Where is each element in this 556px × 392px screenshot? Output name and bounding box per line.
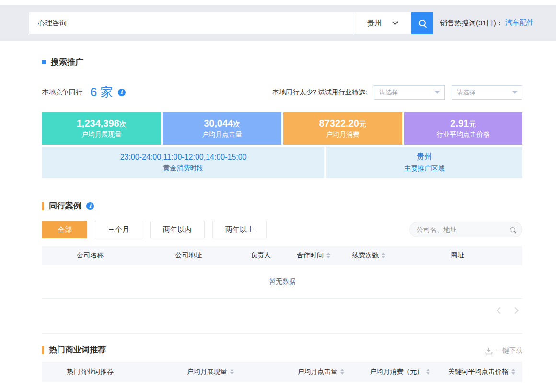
section-peer-cases: 同行案例 i 全部 三个月 两年以内 两年以上 公司名称 公司地址 负责人 合作…: [42, 200, 522, 313]
stat-label: 户均月消费: [326, 130, 359, 139]
hot-words-title-row: 热门商业词推荐: [42, 344, 106, 355]
highlight-label: 主要推广区域: [405, 164, 445, 173]
hot-search-label: 销售热搜词(31日)：: [440, 19, 503, 28]
highlight-value: 23:00-24:00,11:00-12:00,14:00-15:00: [120, 153, 247, 161]
industry-filter-hint: 本地同行太少? 试试用行业筛选:: [272, 88, 367, 97]
industry-select-1-placeholder: 请选择: [379, 88, 398, 97]
stat-card-impressions: 1,234,398次 户均月展现量: [42, 112, 161, 145]
industry-select-2[interactable]: 请选择: [452, 85, 522, 100]
stat-unit: 次: [233, 120, 240, 128]
region-select[interactable]: 贵州: [353, 12, 411, 34]
industry-filter: 本地同行太少? 试试用行业筛选: 请选择 请选择: [272, 85, 522, 100]
stat-unit: 元: [469, 120, 476, 128]
sort-icon[interactable]: [382, 253, 385, 258]
local-competitors-value: 6 家: [90, 84, 113, 101]
tab-all[interactable]: 全部: [42, 221, 87, 238]
chevron-down-icon: [435, 91, 440, 94]
col-website: 网址: [393, 251, 522, 260]
download-icon: [485, 347, 493, 355]
highlight-golden-hours: 23:00-24:00,11:00-12:00,14:00-15:00 黄金消费…: [42, 147, 324, 178]
col-cooperation-time: 合作时间: [282, 251, 345, 260]
competitors-row: 本地竞争同行 6 家 i 本地同行太少? 试试用行业筛选: 请选择 请选择: [42, 84, 522, 101]
col-hot-word: 热门商业词推荐: [42, 368, 138, 376]
empty-state-text: 暂无数据: [269, 277, 296, 286]
download-button[interactable]: 一键下载: [485, 346, 522, 355]
stat-card-clicks: 30,044次 户均月点击量: [163, 112, 282, 145]
stat-label: 户均月点击量: [202, 130, 242, 139]
highlight-value: 贵州: [417, 152, 432, 162]
next-page-icon[interactable]: [512, 307, 519, 314]
hot-words-title: 热门商业词推荐: [49, 344, 106, 355]
stat-label: 户均月展现量: [81, 130, 122, 139]
col-renewal-count: 续费次数: [345, 251, 393, 260]
company-search-box: [409, 222, 522, 237]
industry-select-2-placeholder: 请选择: [457, 88, 475, 97]
col-monthly-spend: 户均月消费（元）: [359, 368, 440, 376]
stat-value: 2.91: [450, 118, 469, 128]
stat-unit: 次: [119, 120, 127, 128]
sort-icon[interactable]: [230, 369, 234, 375]
sort-icon[interactable]: [340, 369, 344, 375]
stat-unit: 元: [359, 120, 366, 128]
prev-page-icon[interactable]: [497, 307, 503, 314]
download-label: 一键下载: [496, 346, 522, 355]
sort-icon[interactable]: [426, 369, 430, 375]
search-icon[interactable]: [510, 227, 515, 232]
stat-card-avg-cpc: 2.91元 行业平均点击价格: [404, 112, 523, 145]
hot-words-table-header: 热门商业词推荐 户均月展现量 户均月点击量 户均月消费（元） 关键词平均点击价格: [42, 362, 522, 382]
local-competitors-label: 本地竞争同行: [42, 88, 82, 97]
stat-card-spend: 87322.20元 户均月消费: [283, 112, 402, 145]
hot-words-head: 热门商业词推荐 一键下载: [42, 344, 522, 355]
section-hot-words: 热门商业词推荐 一键下载 热门商业词推荐 户均月展现量 户均月点击量: [42, 333, 522, 382]
hot-word-carousel: 汽车维修中心 汽车配件: [505, 12, 548, 34]
hot-search-words: 销售热搜词(31日)： 汽车维修中心 汽车配件: [440, 12, 548, 34]
stat-value: 1,234,398: [77, 118, 119, 128]
keyword-search-input[interactable]: [29, 12, 353, 34]
stat-value: 87322.20: [319, 118, 359, 128]
peer-cases-toolbar: 全部 三个月 两年以内 两年以上: [42, 221, 522, 238]
stat-label: 行业平均点击价格: [436, 130, 490, 139]
info-icon[interactable]: i: [118, 89, 126, 96]
tab-three-months[interactable]: 三个月: [95, 221, 142, 238]
search-icon: [419, 20, 426, 26]
tab-within-two-years[interactable]: 两年以内: [150, 221, 205, 238]
col-company-name: 公司名称: [42, 251, 138, 260]
topbar: 贵州 销售热搜词(31日)： 汽车维修中心 汽车配件: [0, 5, 556, 41]
peer-cases-table-header: 公司名称 公司地址 负责人 合作时间 续费次数 网址: [42, 246, 522, 265]
peer-cases-title: 同行案例: [49, 200, 81, 211]
section-title-search-promo: 搜索推广: [42, 57, 522, 68]
keyword-searchbox: 贵州: [29, 12, 433, 34]
stat-cards: 1,234,398次 户均月展现量 30,044次 户均月点击量 87322.2…: [42, 112, 522, 145]
search-button[interactable]: [411, 12, 433, 34]
chevron-down-icon: [392, 19, 398, 25]
hot-word-link-current[interactable]: 汽车配件: [505, 15, 548, 29]
col-keyword-avg-cpc: 关键词平均点击价格: [441, 368, 522, 376]
info-icon[interactable]: i: [86, 202, 94, 210]
sort-icon[interactable]: [326, 253, 330, 258]
orange-bar-icon: [42, 346, 44, 354]
chevron-down-icon: [512, 91, 517, 94]
stat-value: 30,044: [204, 118, 233, 128]
tab-over-two-years[interactable]: 两年以上: [212, 221, 267, 238]
company-search-input[interactable]: [417, 226, 506, 233]
col-monthly-impressions: 户均月展现量: [138, 368, 282, 376]
peer-cases-title-row: 同行案例 i: [42, 200, 522, 211]
orange-bar-icon: [42, 202, 44, 210]
local-competitors: 本地竞争同行 6 家 i: [42, 84, 126, 101]
pagination: [42, 308, 522, 313]
highlight-main-region: 贵州 主要推广区域: [326, 147, 522, 178]
sort-icon[interactable]: [511, 369, 515, 375]
region-select-value: 贵州: [367, 19, 382, 28]
col-company-address: 公司地址: [138, 251, 239, 260]
main-content: 搜索推广 本地竞争同行 6 家 i 本地同行太少? 试试用行业筛选: 请选择 请…: [0, 57, 556, 382]
section-title-text: 搜索推广: [51, 57, 83, 68]
blue-square-bullet-icon: [42, 60, 46, 64]
col-contact-person: 负责人: [239, 251, 282, 260]
industry-select-1[interactable]: 请选择: [374, 85, 445, 100]
highlight-cells: 23:00-24:00,11:00-12:00,14:00-15:00 黄金消费…: [42, 147, 522, 178]
highlight-label: 黄金消费时段: [163, 164, 204, 173]
empty-state: 暂无数据: [42, 265, 522, 299]
col-monthly-clicks: 户均月点击量: [282, 368, 359, 376]
